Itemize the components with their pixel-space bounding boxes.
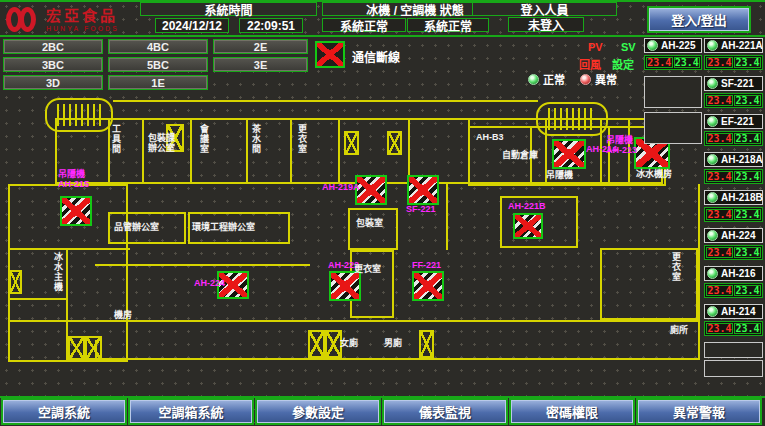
unit-name-label: AH-216 xyxy=(721,268,755,279)
floor-button-3d[interactable]: 3D xyxy=(3,75,103,90)
floor-button-1e[interactable]: 1E xyxy=(108,75,208,90)
map-equipment-label: 吊隱機 AH-213 xyxy=(606,136,637,156)
unit-row-ah-218a[interactable]: AH-218A xyxy=(704,152,763,167)
comm-fail-icon xyxy=(315,41,345,68)
company-name: 宏亞食品 xyxy=(46,8,119,23)
login-user-label: 登入人員 xyxy=(472,2,617,16)
unit-values: 23.423.4 xyxy=(704,283,763,298)
unit-name-label: AH-218B xyxy=(721,192,763,203)
unit-status-led-icon xyxy=(707,78,718,89)
empty-unit-slot xyxy=(644,76,702,108)
map-equipment-label: FF-221 xyxy=(412,261,441,271)
unit-values: 23.423.4 xyxy=(704,131,763,146)
system-date-value: 2024/12/12 xyxy=(155,18,229,33)
unit-sv-value: 23.4 xyxy=(734,247,761,258)
map-unit-comm-fail-icon[interactable] xyxy=(552,139,586,169)
map-room-label: 工具間 xyxy=(110,124,120,154)
toolbar-button-2[interactable]: 空調箱系統 xyxy=(130,400,252,423)
map-wall xyxy=(8,320,700,322)
toolbar-button-4[interactable]: 儀表監視 xyxy=(384,400,506,423)
unit-row-ah-214[interactable]: AH-214 xyxy=(704,304,763,319)
machine-status-value: 系統正常 xyxy=(407,18,489,32)
floor-button-3e[interactable]: 3E xyxy=(213,57,308,72)
map-room-label: 品管辦公室 xyxy=(114,223,159,233)
company-logo-icon xyxy=(6,6,40,34)
floor-button-3bc[interactable]: 3BC xyxy=(3,57,103,72)
unit-sv-value: 23.4 xyxy=(734,285,761,296)
map-room-label: 環境工程辦公室 xyxy=(192,223,255,233)
unit-sv-value: 23.4 xyxy=(734,133,761,144)
unit-sv-value: 23.4 xyxy=(734,95,761,106)
map-unit-comm-fail-icon[interactable] xyxy=(407,175,439,205)
map-unit-comm-fail-icon[interactable] xyxy=(513,213,543,239)
map-room-label: 男廁 xyxy=(384,339,402,349)
map-equipment-label: AH-224 xyxy=(194,279,225,289)
unit-sv-value: 23.4 xyxy=(674,57,701,68)
map-equipment-label: 吊隱機 AH-215 xyxy=(58,170,89,190)
floor-button-2bc[interactable]: 2BC xyxy=(3,39,103,54)
unit-status-led-icon xyxy=(707,116,718,127)
abnormal-led-icon xyxy=(580,74,591,85)
unit-pv-value: 23.4 xyxy=(706,95,733,106)
toolbar-button-3[interactable]: 參數設定 xyxy=(257,400,379,423)
unit-row-ah-221a[interactable]: AH-221A xyxy=(704,38,763,53)
unit-status-led-icon xyxy=(707,306,718,317)
unit-row-ah-216[interactable]: AH-216 xyxy=(704,266,763,281)
map-unit-comm-fail-icon[interactable] xyxy=(412,271,444,301)
normal-led-icon xyxy=(528,74,539,85)
unit-row-sf-221[interactable]: SF-221 xyxy=(704,76,763,91)
unit-pv-value: 23.4 xyxy=(706,209,733,220)
unit-values: 23.423.4 xyxy=(704,245,763,260)
map-wall xyxy=(246,118,248,184)
login-logout-button[interactable]: 登入/登出 xyxy=(649,8,749,31)
unit-status-led-icon xyxy=(707,230,718,241)
unit-values: 23.423.4 xyxy=(704,55,763,70)
map-wall xyxy=(95,264,310,266)
toolbar-separator-line xyxy=(0,396,765,398)
floor-button-2e[interactable]: 2E xyxy=(213,39,308,54)
map-wall xyxy=(95,358,700,360)
floor-button-5bc[interactable]: 5BC xyxy=(108,57,208,72)
unit-name-label: AH-225 xyxy=(661,40,695,51)
floor-button-4bc[interactable]: 4BC xyxy=(108,39,208,54)
unit-pv-value: 23.4 xyxy=(706,247,733,258)
map-room-label: 廁所 xyxy=(670,326,688,336)
unit-name-label: AH-224 xyxy=(721,230,755,241)
unit-status-led-icon xyxy=(707,192,718,203)
map-unit-comm-fail-icon[interactable] xyxy=(329,271,361,301)
normal-label: 正常 xyxy=(543,71,565,87)
map-room-label: 更衣室 xyxy=(670,252,680,282)
stairwell-icon xyxy=(536,102,608,136)
unit-sv-value: 23.4 xyxy=(734,171,761,182)
unit-values: 23.423.4 xyxy=(644,55,702,70)
map-room-label: 機房 xyxy=(114,311,132,321)
map-unit-comm-fail-icon[interactable] xyxy=(60,196,92,226)
map-room-label: 包裝室 xyxy=(356,219,383,229)
unit-name-label: AH-214 xyxy=(721,306,755,317)
map-equipment-label: AH-221B xyxy=(508,202,546,212)
company-name-en: HUNYA FOODS xyxy=(46,25,119,32)
map-wall xyxy=(698,184,700,360)
unit-row-ah-218b[interactable]: AH-218B xyxy=(704,190,763,205)
toolbar-button-1[interactable]: 空調系統 xyxy=(3,400,125,423)
sv-label: SV xyxy=(621,41,636,53)
unit-row-ef-221[interactable]: EF-221 xyxy=(704,114,763,129)
map-wall xyxy=(600,248,698,320)
map-room-label: 自動倉庫 xyxy=(502,151,538,161)
toolbar-button-6[interactable]: 異常警報 xyxy=(638,400,760,423)
normal-legend: 正常 xyxy=(528,71,565,87)
header-separator-line xyxy=(0,35,765,37)
unit-pv-value: 23.4 xyxy=(706,323,733,334)
toolbar-button-5[interactable]: 密碼權限 xyxy=(511,400,633,423)
stair-shaft-icon xyxy=(68,336,85,360)
unit-row-ah-224[interactable]: AH-224 xyxy=(704,228,763,243)
stair-shaft-icon xyxy=(387,131,402,155)
map-room-label: 更衣室 xyxy=(354,265,381,275)
unit-pv-value: 23.4 xyxy=(706,171,733,182)
system-time-label: 系統時間 xyxy=(140,2,317,16)
unit-row-ah-225[interactable]: AH-225 xyxy=(644,38,702,53)
comm-fail-label: 通信斷線 xyxy=(352,48,400,65)
map-wall xyxy=(290,118,292,184)
machine-status-value: 系統正常 xyxy=(322,18,406,32)
map-room-label: AH-B3 xyxy=(476,133,504,143)
